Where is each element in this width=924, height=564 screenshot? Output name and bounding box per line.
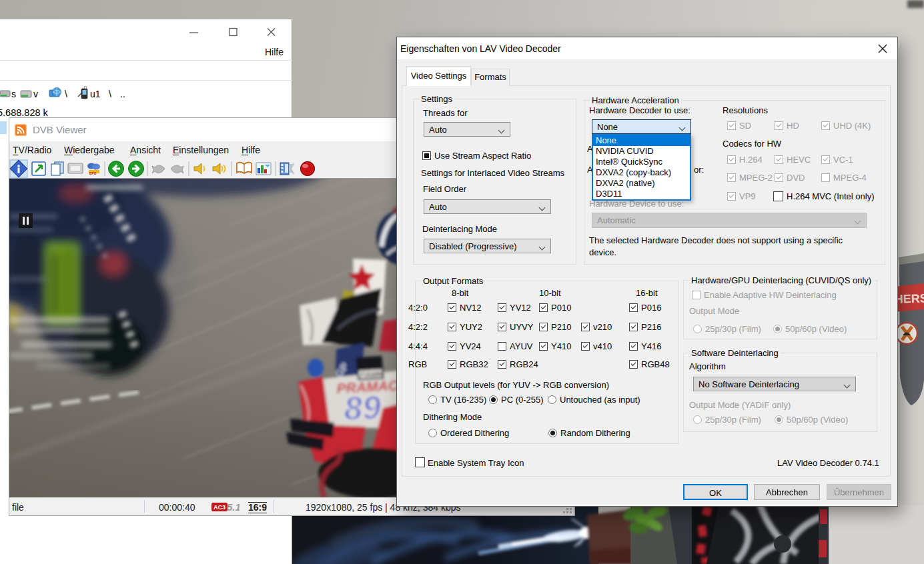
svg-text:89: 89 <box>343 389 382 427</box>
svg-text:EPG: EPG <box>89 171 97 175</box>
svg-text:5.1: 5.1 <box>227 501 240 513</box>
svg-text:AC3: AC3 <box>213 504 225 511</box>
svg-text:HERS: HERS <box>894 291 924 306</box>
svg-text:FIAMM: FIAMM <box>360 369 384 379</box>
